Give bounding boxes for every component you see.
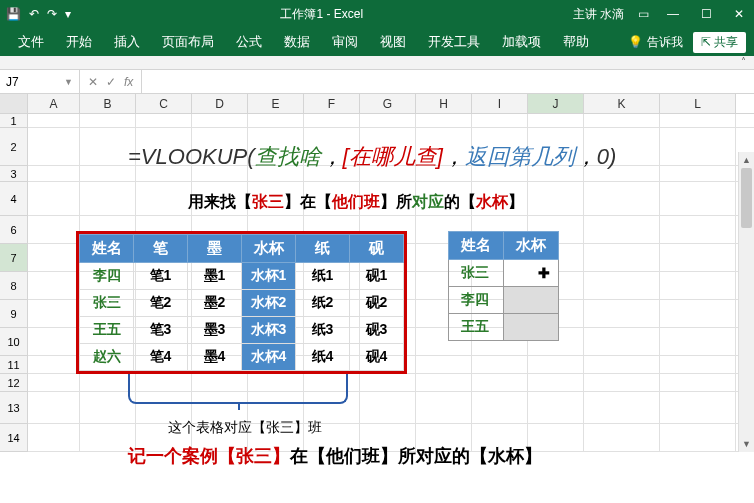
table-cell: 笔1 <box>134 263 188 290</box>
table-header: 纸 <box>296 235 350 263</box>
undo-icon[interactable]: ↶ <box>29 7 39 21</box>
table-cell: 纸1 <box>296 263 350 290</box>
ribbon-collapse-bar[interactable]: ˄ <box>0 56 754 70</box>
cell-grid[interactable]: =VLOOKUP(查找啥，[在哪儿查]，返回第几列，0) 用来找【张三】在【他们… <box>28 114 754 452</box>
table-header: 砚 <box>350 235 404 263</box>
tab-审阅[interactable]: 审阅 <box>322 29 368 55</box>
vertical-scrollbar[interactable]: ▲ ▼ <box>738 152 754 452</box>
table-cell: 张三 <box>80 290 134 317</box>
row-header[interactable]: 8 <box>0 272 28 300</box>
share-button[interactable]: ⇱ 共享 <box>693 32 746 53</box>
scrollbar-thumb[interactable] <box>741 168 752 228</box>
tab-开始[interactable]: 开始 <box>56 29 102 55</box>
ribbon-tabs: 文件开始插入页面布局公式数据审阅视图开发工具加载项帮助💡 告诉我⇱ 共享 <box>0 28 754 56</box>
table-cell: 砚4 <box>350 344 404 371</box>
col-header[interactable]: H <box>416 94 472 113</box>
active-cell[interactable]: ✚ <box>504 260 559 287</box>
table-cell: 张三 <box>449 260 504 287</box>
tab-公式[interactable]: 公式 <box>226 29 272 55</box>
formula-bar: J7 ▼ ✕ ✓ fx <box>0 70 754 94</box>
col-header[interactable]: B <box>80 94 136 113</box>
note-text-1: 这个表格对应【张三】班 <box>168 419 322 437</box>
scroll-up-icon[interactable]: ▲ <box>739 152 754 168</box>
save-icon[interactable]: 💾 <box>6 7 21 21</box>
row-header[interactable]: 12 <box>0 374 28 392</box>
title-bar: 💾 ↶ ↷ ▾ 工作簿1 - Excel 主讲 水滴 ▭ — ☐ ✕ <box>0 0 754 28</box>
table-cell: 墨2 <box>188 290 242 317</box>
cursor-icon: ✚ <box>538 265 550 281</box>
col-header[interactable]: L <box>660 94 736 113</box>
table-cell: 墨4 <box>188 344 242 371</box>
minimize-icon[interactable]: — <box>663 7 683 21</box>
table-cell: 李四 <box>80 263 134 290</box>
table-header: 笔 <box>134 235 188 263</box>
row-header[interactable]: 2 <box>0 128 28 166</box>
col-header[interactable]: J <box>528 94 584 113</box>
col-header[interactable]: I <box>472 94 528 113</box>
ribbon-options-icon[interactable]: ▭ <box>638 7 649 21</box>
row-header[interactable]: 3 <box>0 166 28 182</box>
col-header[interactable]: C <box>136 94 192 113</box>
table-cell: 笔4 <box>134 344 188 371</box>
window-title: 工作簿1 - Excel <box>71 6 573 23</box>
fx-icon[interactable]: fx <box>124 75 133 89</box>
row-header[interactable]: 11 <box>0 356 28 374</box>
scroll-down-icon[interactable]: ▼ <box>739 436 754 452</box>
cancel-fx-icon[interactable]: ✕ <box>88 75 98 89</box>
table-cell: 笔3 <box>134 317 188 344</box>
row-header[interactable]: 10 <box>0 328 28 356</box>
tab-开发工具[interactable]: 开发工具 <box>418 29 490 55</box>
col-header[interactable]: K <box>584 94 660 113</box>
tab-加载项[interactable]: 加载项 <box>492 29 551 55</box>
row-header[interactable]: 9 <box>0 300 28 328</box>
tab-插入[interactable]: 插入 <box>104 29 150 55</box>
lookup-table: 姓名笔墨水杯纸砚李四笔1墨1水杯1纸1砚1张三笔2墨2水杯2纸2砚2王五笔3墨3… <box>76 231 407 374</box>
table-cell: 水杯4 <box>242 344 296 371</box>
row-header[interactable]: 6 <box>0 216 28 244</box>
maximize-icon[interactable]: ☐ <box>697 7 716 21</box>
select-all-corner[interactable] <box>0 94 28 113</box>
redo-icon[interactable]: ↷ <box>47 7 57 21</box>
table-cell: 纸2 <box>296 290 350 317</box>
table-cell: 王五 <box>80 317 134 344</box>
table-header: 墨 <box>188 235 242 263</box>
col-header[interactable]: A <box>28 94 80 113</box>
note-text-2: 记一个案例【张三】在【他们班】所对应的【水杯】 <box>128 444 542 468</box>
row-header[interactable]: 1 <box>0 114 28 128</box>
row-header[interactable]: 7 <box>0 244 28 272</box>
close-icon[interactable]: ✕ <box>730 7 748 21</box>
row-header[interactable]: 13 <box>0 392 28 424</box>
table-header: 姓名 <box>80 235 134 263</box>
tab-视图[interactable]: 视图 <box>370 29 416 55</box>
table-cell: 纸4 <box>296 344 350 371</box>
col-header[interactable]: F <box>304 94 360 113</box>
presenter-label: 主讲 水滴 <box>573 6 624 23</box>
table-cell: 水杯2 <box>242 290 296 317</box>
col-header[interactable]: G <box>360 94 416 113</box>
description-text: 用来找【张三】在【他们班】所对应的【水杯】 <box>188 192 524 213</box>
table-cell: 赵六 <box>80 344 134 371</box>
tellme-icon[interactable]: 💡 告诉我 <box>628 34 682 51</box>
result-table: 姓名水杯张三✚李四王五 <box>448 231 559 341</box>
row-headers: 123467891011121314 <box>0 114 28 452</box>
table-header: 姓名 <box>449 232 504 260</box>
tab-数据[interactable]: 数据 <box>274 29 320 55</box>
table-cell: 李四 <box>449 287 504 314</box>
column-headers: ABCDEFGHIJKL <box>0 94 754 114</box>
tab-页面布局[interactable]: 页面布局 <box>152 29 224 55</box>
formula-display: =VLOOKUP(查找啥，[在哪儿查]，返回第几列，0) <box>128 142 616 172</box>
quick-access-toolbar: 💾 ↶ ↷ ▾ <box>6 7 71 21</box>
table-cell: 墨3 <box>188 317 242 344</box>
name-box[interactable]: J7 ▼ <box>0 70 80 93</box>
table-cell: 水杯3 <box>242 317 296 344</box>
table-cell: 砚3 <box>350 317 404 344</box>
col-header[interactable]: D <box>192 94 248 113</box>
tab-帮助[interactable]: 帮助 <box>553 29 599 55</box>
row-header[interactable]: 4 <box>0 182 28 216</box>
tab-文件[interactable]: 文件 <box>8 29 54 55</box>
col-header[interactable]: E <box>248 94 304 113</box>
accept-fx-icon[interactable]: ✓ <box>106 75 116 89</box>
chevron-down-icon[interactable]: ▼ <box>64 77 73 87</box>
row-header[interactable]: 14 <box>0 424 28 452</box>
worksheet: ABCDEFGHIJKL 123467891011121314 =VLOOKUP… <box>0 94 754 452</box>
